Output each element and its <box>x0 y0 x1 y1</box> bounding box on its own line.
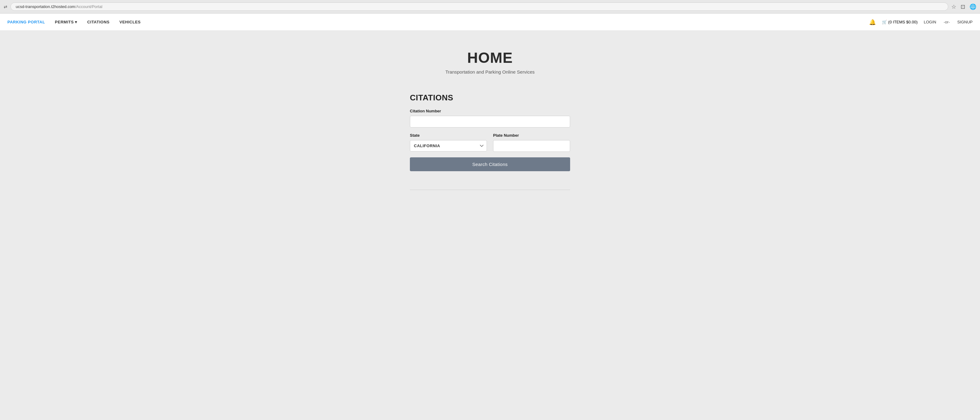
login-link[interactable]: LOGIN <box>924 20 936 24</box>
signup-link[interactable]: SIGNUP <box>957 20 973 24</box>
page-subtitle: Transportation and Parking Online Servic… <box>6 69 974 74</box>
url-path: /Account/Portal <box>75 4 102 9</box>
browser-actions: ☆ ⊡ 🌐 <box>951 3 976 10</box>
plate-number-input[interactable] <box>493 140 570 152</box>
cart-label: (0 ITEMS $0.00) <box>888 20 918 24</box>
page-title-section: HOME <box>6 49 974 66</box>
citation-number-label: Citation Number <box>410 109 570 113</box>
citation-number-group: Citation Number <box>410 109 570 127</box>
extensions-icon[interactable]: ⊡ <box>961 3 965 10</box>
plate-number-label: Plate Number <box>493 133 570 138</box>
citations-section-title: CITATIONS <box>410 93 570 103</box>
plate-number-group: Plate Number <box>493 133 570 152</box>
bell-icon[interactable]: 🔔 <box>869 19 876 25</box>
nav-parking-portal[interactable]: PARKING PORTAL <box>7 20 45 24</box>
or-separator: -or- <box>943 20 950 24</box>
section-divider <box>410 190 570 190</box>
address-bar[interactable]: ucsd-transportation.t2hosted.com/Account… <box>11 2 948 11</box>
cart-icon[interactable]: 🛒 (0 ITEMS $0.00) <box>882 20 918 24</box>
star-icon[interactable]: ☆ <box>951 3 956 10</box>
nav-permits[interactable]: PERMITS ▾ <box>55 20 77 24</box>
browser-tab-icon: ⇄ <box>4 4 7 9</box>
state-plate-row: State ALABAMA ALASKA ARIZONA ARKANSAS CA… <box>410 133 570 152</box>
url-base: ucsd-transportation.t2hosted.com <box>16 4 75 9</box>
page-title: HOME <box>6 49 974 66</box>
citations-section: CITATIONS Citation Number State ALABAMA … <box>404 93 576 190</box>
main-content: HOME Transportation and Parking Online S… <box>0 31 980 420</box>
nav-right: 🔔 🛒 (0 ITEMS $0.00) LOGIN -or- SIGNUP <box>869 19 973 25</box>
state-select[interactable]: ALABAMA ALASKA ARIZONA ARKANSAS CALIFORN… <box>410 140 487 152</box>
state-label: State <box>410 133 487 138</box>
nav-citations[interactable]: CITATIONS <box>87 20 110 24</box>
browser-chrome: ⇄ ucsd-transportation.t2hosted.com/Accou… <box>0 0 980 14</box>
citation-number-input[interactable] <box>410 116 570 127</box>
navbar: PARKING PORTAL PERMITS ▾ CITATIONS VEHIC… <box>0 14 980 31</box>
state-group: State ALABAMA ALASKA ARIZONA ARKANSAS CA… <box>410 133 487 152</box>
search-citations-button[interactable]: Search Citations <box>410 157 570 171</box>
cart-icon-symbol: 🛒 <box>882 20 887 24</box>
chevron-down-icon: ▾ <box>75 20 77 24</box>
profile-icon[interactable]: 🌐 <box>969 3 976 10</box>
nav-vehicles[interactable]: VEHICLES <box>119 20 141 24</box>
nav-left: PARKING PORTAL PERMITS ▾ CITATIONS VEHIC… <box>7 20 869 24</box>
